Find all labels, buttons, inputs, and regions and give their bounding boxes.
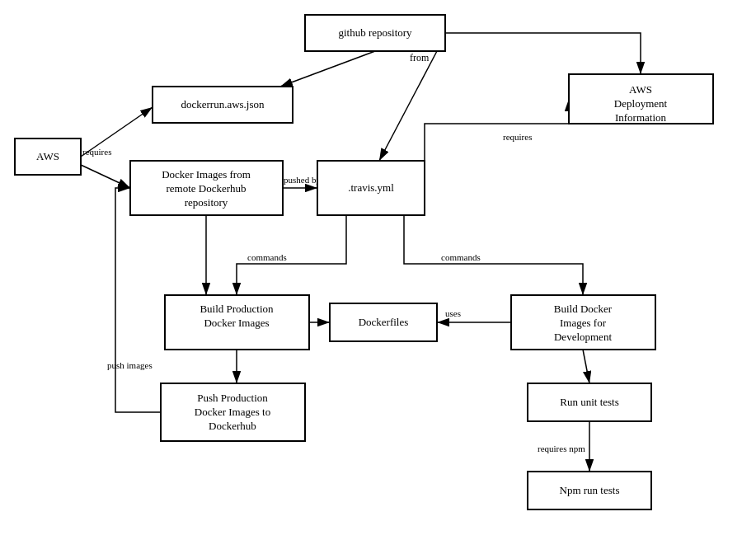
svg-text:Dockerfiles: Dockerfiles <box>359 316 409 328</box>
svg-text:remote Dockerhub: remote Dockerhub <box>166 182 246 195</box>
svg-text:Information: Information <box>615 111 667 124</box>
svg-text:.travis.yml: .travis.yml <box>348 181 394 194</box>
svg-text:Docker Images to: Docker Images to <box>195 406 270 418</box>
svg-text:Docker Images from: Docker Images from <box>162 168 251 181</box>
diagram-svg: from requires pushed by requires command… <box>0 0 756 554</box>
svg-text:requires: requires <box>503 132 532 142</box>
svg-text:from: from <box>410 52 430 63</box>
svg-text:Images for: Images for <box>560 317 607 329</box>
svg-text:repository: repository <box>185 196 228 209</box>
svg-line-3 <box>379 51 437 161</box>
svg-text:Deployment: Deployment <box>614 97 668 110</box>
svg-text:Run unit tests: Run unit tests <box>560 396 619 408</box>
svg-line-7 <box>81 165 130 188</box>
svg-text:commands: commands <box>247 252 287 262</box>
svg-line-2 <box>280 51 375 87</box>
svg-text:Build Docker: Build Docker <box>554 303 613 315</box>
svg-text:requires npm: requires npm <box>538 444 585 453</box>
svg-text:dockerrun.aws.json: dockerrun.aws.json <box>181 98 265 110</box>
svg-text:uses: uses <box>445 308 461 318</box>
svg-text:Dockerhub: Dockerhub <box>209 420 256 432</box>
svg-text:Development: Development <box>554 331 612 343</box>
svg-text:Build Production: Build Production <box>200 303 274 315</box>
svg-text:pushed by: pushed by <box>284 175 321 185</box>
svg-text:Push Production: Push Production <box>197 392 268 404</box>
svg-text:requires: requires <box>82 147 111 157</box>
svg-text:commands: commands <box>441 252 481 262</box>
svg-text:AWS: AWS <box>629 83 652 96</box>
svg-line-20 <box>583 350 589 383</box>
diagram-container: from requires pushed by requires command… <box>0 0 756 554</box>
svg-text:Docker Images: Docker Images <box>204 317 269 329</box>
svg-text:github repository: github repository <box>338 26 412 39</box>
svg-text:AWS: AWS <box>36 150 59 162</box>
svg-text:push images: push images <box>107 360 153 370</box>
svg-text:Npm run tests: Npm run tests <box>560 484 620 496</box>
